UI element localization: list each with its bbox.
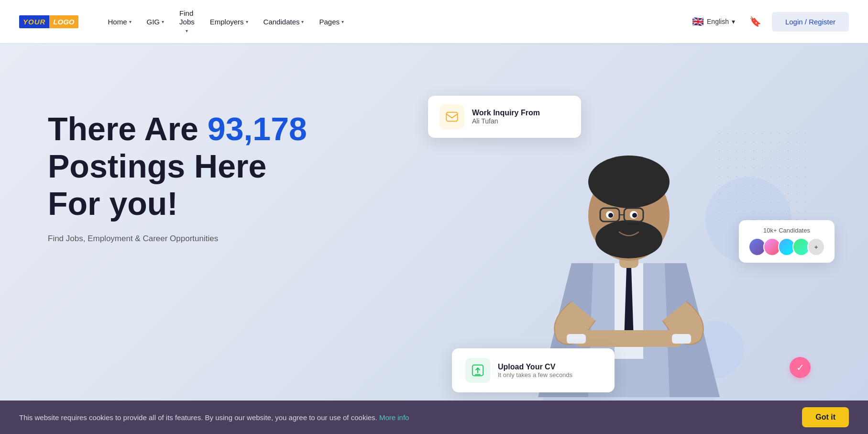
- hero-left-content: There Are 93,178 Postings Here For you! …: [48, 81, 423, 263]
- navbar: YOUR LOGO Home ▾ GIG ▾ FindJobs ▾ Employ…: [0, 0, 868, 43]
- work-inquiry-card: Work Inquiry From Ali Tufan: [428, 96, 581, 138]
- more-info-link[interactable]: More info: [379, 413, 409, 422]
- nav-label-gig: GIG: [147, 18, 160, 26]
- logo-your: YOUR: [19, 15, 49, 28]
- nav-label-employers: Employers: [210, 18, 244, 26]
- chevron-down-icon: ▾: [732, 18, 735, 25]
- svg-point-10: [595, 220, 662, 258]
- nav-label-find-jobs: FindJobs: [179, 9, 195, 26]
- headline-last: For you!: [48, 185, 178, 222]
- nav-item-pages[interactable]: Pages ▾: [313, 14, 350, 30]
- hero-right: Work Inquiry From Ali Tufan: [423, 81, 830, 416]
- nav-item-home[interactable]: Home ▾: [102, 14, 137, 30]
- flag-icon: 🇬🇧: [692, 16, 704, 27]
- email-icon-box: [439, 104, 464, 129]
- nav-label-home: Home: [108, 18, 127, 26]
- svg-rect-0: [446, 112, 457, 122]
- chevron-down-icon: ▾: [186, 28, 188, 34]
- chevron-down-icon: ▾: [162, 19, 164, 24]
- pink-check-badge: ✓: [790, 357, 811, 378]
- avatars-row: +: [748, 238, 825, 256]
- chevron-down-icon: ▾: [301, 19, 304, 24]
- nav-item-employers[interactable]: Employers ▾: [204, 14, 254, 30]
- svg-rect-18: [574, 330, 684, 347]
- logo[interactable]: YOUR LOGO: [19, 15, 78, 28]
- headline-suffix: Postings Here: [48, 148, 266, 184]
- avatar-more: +: [807, 238, 825, 256]
- chevron-down-icon: ▾: [129, 19, 132, 24]
- headline-prefix: There Are: [48, 111, 208, 147]
- chevron-down-icon: ▾: [341, 19, 344, 24]
- language-selector[interactable]: 🇬🇧 English ▾: [688, 13, 739, 30]
- upload-subtitle: It only takes a few seconds: [498, 371, 572, 378]
- hero-subtext: Find Jobs, Employment & Career Opportuni…: [48, 234, 423, 244]
- svg-point-16: [608, 213, 613, 218]
- language-label: English: [707, 18, 729, 25]
- nav-item-gig[interactable]: GIG ▾: [141, 14, 170, 30]
- upload-icon-box: [465, 358, 490, 383]
- upload-card-text: Upload Your CV It only takes a few secon…: [498, 363, 572, 378]
- candidates-card: 10k+ Candidates +: [739, 220, 835, 263]
- nav-item-find-jobs[interactable]: FindJobs ▾: [174, 5, 200, 38]
- inquiry-card-text: Work Inquiry From Ali Tufan: [472, 109, 540, 125]
- upload-cv-card: Upload Your CV It only takes a few secon…: [452, 348, 615, 392]
- svg-rect-20: [672, 334, 691, 344]
- svg-point-17: [632, 213, 637, 218]
- upload-title: Upload Your CV: [498, 363, 572, 371]
- inquiry-subtitle: Ali Tufan: [472, 117, 540, 125]
- headline-number: 93,178: [208, 111, 307, 147]
- hero-headline: There Are 93,178 Postings Here For you!: [48, 110, 423, 223]
- nav-links: Home ▾ GIG ▾ FindJobs ▾ Employers ▾ Cand…: [102, 5, 689, 38]
- nav-label-pages: Pages: [319, 18, 340, 26]
- cookie-banner: This website requires cookies to provide…: [0, 401, 868, 434]
- nav-label-candidates: Candidates: [264, 18, 300, 26]
- svg-rect-19: [567, 334, 586, 344]
- candidates-label: 10k+ Candidates: [748, 227, 825, 234]
- email-icon: [445, 110, 459, 123]
- inquiry-title: Work Inquiry From: [472, 109, 540, 117]
- got-it-button[interactable]: Got it: [802, 407, 849, 427]
- upload-icon: [471, 363, 485, 378]
- nav-item-candidates[interactable]: Candidates ▾: [258, 14, 310, 30]
- hero-section: There Are 93,178 Postings Here For you! …: [0, 43, 868, 434]
- login-register-button[interactable]: Login / Register: [772, 12, 849, 32]
- cookie-text: This website requires cookies to provide…: [19, 413, 409, 422]
- svg-point-9: [588, 156, 670, 208]
- bookmark-icon[interactable]: 🔖: [747, 13, 764, 30]
- nav-right: 🇬🇧 English ▾ 🔖 Login / Register: [688, 12, 849, 32]
- chevron-down-icon: ▾: [246, 19, 248, 24]
- logo-text: LOGO: [49, 15, 78, 28]
- cookie-message: This website requires cookies to provide…: [19, 413, 377, 422]
